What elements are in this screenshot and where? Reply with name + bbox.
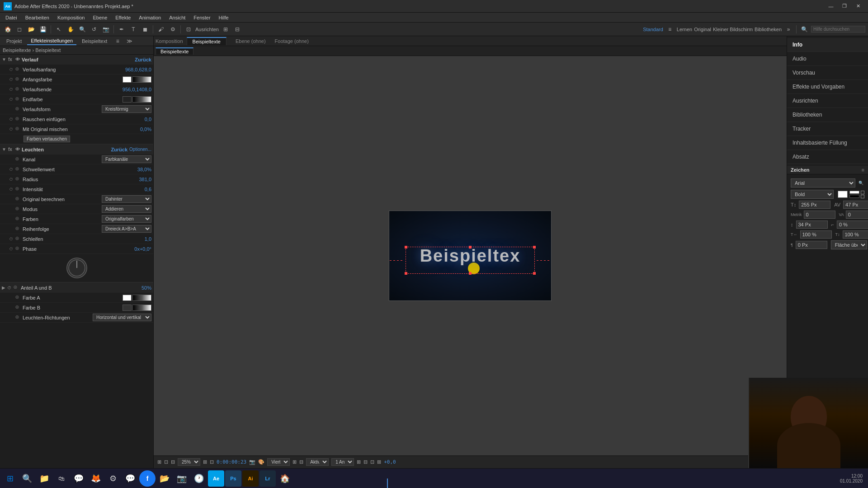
- farben2-select[interactable]: Originalfarben: [102, 215, 151, 223]
- richtungen-select[interactable]: Horizontal und vertikal: [93, 314, 151, 321]
- new-tool[interactable]: ◻: [14, 24, 24, 34]
- workspace-bib[interactable]: Bibliotheken: [755, 27, 782, 32]
- reihenfolge-select[interactable]: Dreieck A>B>A: [102, 225, 151, 233]
- workspace-original[interactable]: Original: [694, 27, 711, 32]
- workspace-more[interactable]: »: [783, 24, 793, 34]
- anfangsfarbe-gradient[interactable]: [132, 76, 151, 83]
- open-tool[interactable]: 📂: [26, 24, 36, 34]
- explorer-button[interactable]: 📁: [36, 470, 52, 487]
- viewer-region-btn[interactable]: ⊞: [157, 459, 161, 465]
- tab-projekt[interactable]: Projekt: [3, 38, 25, 45]
- viewer-fit-btn[interactable]: ⊞: [203, 459, 207, 465]
- rauschen-sw[interactable]: ⏱: [9, 117, 14, 122]
- phase-sw[interactable]: ⏱: [9, 247, 14, 251]
- snap-tool[interactable]: ⊡: [184, 24, 193, 34]
- comp-tab-beispieltexte[interactable]: Beispieltexte: [187, 37, 226, 45]
- viewer-grid-btn[interactable]: ⊟: [171, 459, 175, 465]
- paint-tool[interactable]: 🖌: [156, 24, 166, 34]
- verlaufsform-select[interactable]: Kreisförmig Linear: [102, 105, 151, 113]
- inhaltsbasierte-item[interactable]: Inhaltsbasierte Füllung: [787, 136, 868, 150]
- radius-value[interactable]: 381,0: [139, 177, 151, 182]
- ae-button[interactable]: Ae: [208, 470, 224, 487]
- leuchten-expand[interactable]: ▼: [2, 147, 7, 152]
- menu-animation[interactable]: Animation: [135, 14, 165, 21]
- verlaufsanfang-sw[interactable]: ⏱: [9, 67, 14, 72]
- messenger-button[interactable]: 💬: [122, 470, 138, 487]
- farbe-a-swatch1[interactable]: [123, 295, 132, 301]
- camera-tool[interactable]: 📷: [101, 24, 111, 34]
- baseline-input[interactable]: [837, 221, 868, 229]
- font-search-icon[interactable]: 🔍: [857, 178, 864, 188]
- search-input[interactable]: [811, 26, 865, 33]
- vorschau-item[interactable]: Vorschau: [787, 66, 868, 80]
- viewer-pixel-btn[interactable]: ⊡: [210, 459, 214, 465]
- verlauf-header[interactable]: ▼ fx 👁 Verlauf Zurück: [0, 55, 153, 65]
- schwellenwert-sw[interactable]: ⏱: [9, 167, 14, 172]
- info-item[interactable]: Info: [787, 38, 868, 52]
- close-button[interactable]: ✕: [852, 2, 864, 10]
- whatsapp-button[interactable]: 💬: [71, 470, 87, 487]
- verlauf-expand[interactable]: ▼: [2, 57, 7, 62]
- leading-input[interactable]: [796, 221, 828, 229]
- farbe-a-gradient[interactable]: [132, 295, 151, 301]
- anfangsfarbe-sw[interactable]: ⏱: [9, 77, 14, 82]
- viewer-3d-btn[interactable]: ⊞: [357, 459, 361, 465]
- color-b1[interactable]: [849, 191, 859, 194]
- verlauf-vis[interactable]: 👁: [15, 57, 21, 62]
- viewer-tab-beispieltexte[interactable]: Beispieltexte: [156, 47, 193, 55]
- anteil-sw[interactable]: ⏱: [7, 286, 13, 290]
- font-select[interactable]: Arial: [791, 178, 855, 188]
- verlaufsende-sw[interactable]: ⏱: [9, 87, 14, 92]
- leuchten-back[interactable]: Zurück: [111, 147, 127, 152]
- effekte-item[interactable]: Effekte und Vorgaben: [787, 80, 868, 94]
- workspace-menu[interactable]: ≡: [665, 24, 675, 34]
- extra-button[interactable]: 🏠: [277, 470, 293, 487]
- leuchten-vis[interactable]: 👁: [15, 147, 21, 152]
- viewer-color-btn[interactable]: 🎨: [258, 459, 264, 465]
- ausrichten-item[interactable]: Ausrichten: [787, 94, 868, 108]
- style-select[interactable]: Bold: [791, 190, 834, 199]
- mischen-sw[interactable]: ⏱: [9, 127, 14, 131]
- viewer-view-select[interactable]: 1 Ansi...: [331, 458, 354, 466]
- menu-effekte[interactable]: Effekte: [112, 14, 134, 21]
- zoom-tool[interactable]: 🔍: [77, 24, 87, 34]
- snap3[interactable]: ⊟: [232, 24, 242, 34]
- mischen-value[interactable]: 0,0%: [140, 127, 151, 132]
- viewer-camera-select[interactable]: Aktive Kamera: [306, 458, 329, 466]
- photo-button[interactable]: 📷: [174, 470, 190, 487]
- type-tool[interactable]: T: [128, 24, 138, 34]
- anfangsfarbe-swatch1[interactable]: [123, 76, 132, 83]
- save-tool[interactable]: 💾: [38, 24, 48, 34]
- viewer-tf-btn[interactable]: ⊟: [299, 459, 303, 465]
- workspace-kleiner[interactable]: Kleiner Bildschirm: [713, 27, 753, 32]
- shape-tool[interactable]: ◼: [140, 24, 150, 34]
- home-tool[interactable]: 🏠: [3, 24, 13, 34]
- workspace-lernen[interactable]: Lernen: [677, 27, 692, 32]
- search-icon[interactable]: 🔍: [799, 24, 809, 34]
- start-button[interactable]: ⊞: [2, 470, 18, 487]
- minimize-button[interactable]: —: [825, 2, 837, 10]
- schleifen-value[interactable]: 1,0: [145, 236, 151, 242]
- select-tool[interactable]: ↖: [54, 24, 64, 34]
- anteil-expand[interactable]: ▶: [2, 285, 7, 290]
- modus-select[interactable]: Addieren: [102, 205, 151, 213]
- endfarbe-gradient[interactable]: [132, 96, 151, 103]
- viewer-zoom-select[interactable]: 25%: [178, 458, 200, 466]
- lr-button[interactable]: Lr: [259, 470, 276, 487]
- viewer-safe-btn[interactable]: ⊡: [164, 459, 168, 465]
- schwellenwert-value[interactable]: 38,0%: [137, 167, 151, 172]
- intensitat-sw[interactable]: ⏱: [9, 187, 14, 192]
- audio-item[interactable]: Audio: [787, 52, 868, 66]
- verlaufsanfang-value[interactable]: 968,0,628,0: [125, 67, 151, 72]
- search-button[interactable]: 🔍: [19, 470, 35, 487]
- rauschen-value[interactable]: 0,0: [145, 117, 151, 122]
- tracking-input[interactable]: [843, 201, 868, 209]
- color-white-swatch[interactable]: [838, 191, 848, 198]
- color-clear1[interactable]: [861, 191, 864, 194]
- verlaufsende-value[interactable]: 956,0,1408,0: [123, 87, 151, 92]
- clock-button[interactable]: 🕐: [191, 470, 207, 487]
- pen-tool[interactable]: ✒: [117, 24, 127, 34]
- menu-ebene[interactable]: Ebene: [89, 14, 111, 21]
- metrik-input[interactable]: [804, 211, 835, 219]
- scaleh-input[interactable]: [800, 230, 832, 239]
